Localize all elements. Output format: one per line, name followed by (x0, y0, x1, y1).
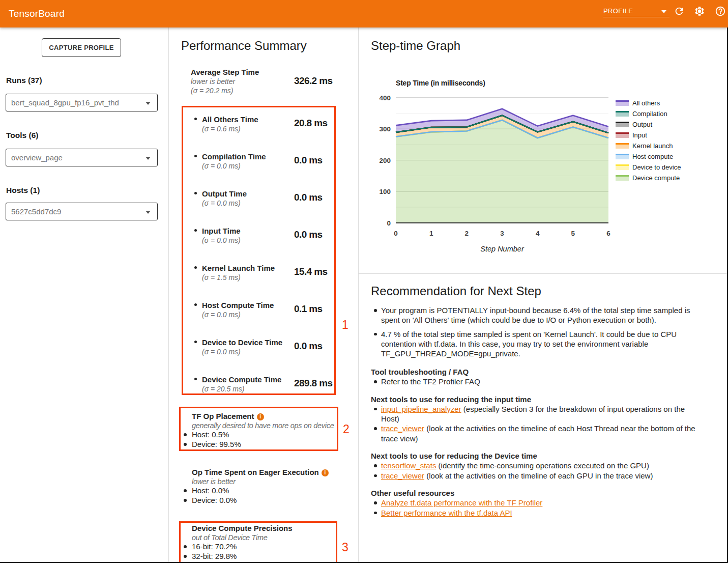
recommendation-item: Refer to the TF2 Profiler FAQ (381, 377, 701, 386)
legend-swatch (616, 100, 629, 106)
dashboard-selector-value: PROFILE (603, 7, 633, 15)
tool-link[interactable]: Analyze tf.data performance with the TF … (381, 498, 542, 507)
step-time-graph-panel: Step-time Graph 01002003004000123456Step… (359, 27, 728, 274)
tool-link[interactable]: Better performance with the tf.data API (381, 509, 512, 517)
refresh-icon[interactable] (674, 6, 685, 17)
info-icon[interactable] (322, 469, 329, 476)
chevron-down-icon (145, 102, 151, 105)
legend-item: Device to device (616, 162, 681, 173)
recommendation-item: Better performance with the tf.data API (381, 508, 701, 518)
tool-link[interactable]: input_pipeline_analyzer (381, 405, 461, 413)
x-tick-label: 0 (394, 230, 398, 237)
block-note: lower is better (192, 477, 344, 486)
tool-link[interactable]: trace_viewer (381, 471, 424, 480)
legend-item: Host compute (616, 151, 681, 162)
block-list: Host: 0.0%Device: 0.0% (192, 486, 344, 505)
legend-label: Output (632, 119, 652, 130)
capture-profile-button[interactable]: CAPTURE PROFILE (42, 38, 121, 57)
app-header: TensorBoard PROFILE (0, 0, 728, 27)
legend-item: Device compute (616, 173, 681, 183)
legend-swatch (616, 111, 629, 117)
recommendation-item: trace_viewer (look at the activities on … (381, 424, 701, 443)
x-axis-title: Step Number (480, 245, 525, 253)
help-icon[interactable] (715, 6, 726, 17)
average-step-time-row: Average Step Time lower is better (σ = 2… (191, 67, 343, 95)
runs-select[interactable]: bert_squad_8gpu_fp16_pvt_thd (6, 94, 158, 111)
tool-link[interactable]: trace_viewer (381, 424, 424, 433)
recommendation-heading: Tool troubleshooting / FAQ (371, 367, 722, 377)
recommendation-list: tensorflow_stats (identify the time-cons… (371, 461, 722, 481)
recommendation-bullets: Your program is POTENTIALLY input-bound … (371, 305, 701, 362)
recommendation-title: Recommendation for Next Step (371, 284, 541, 298)
y-tick-label: 300 (379, 125, 391, 133)
recommendation-heading: Next tools to use for reducing the Devic… (371, 451, 722, 461)
legend-swatch (616, 122, 629, 127)
legend-swatch (616, 175, 629, 181)
hosts-label: Hosts (1) (6, 186, 40, 195)
annotation-box-1 (182, 106, 336, 395)
list-item: Device: 0.0% (192, 495, 344, 505)
eager-execution-block: Op Time Spent on Eager Execution lower i… (192, 467, 344, 505)
recommendation-section: Next tools to use for reducing the Devic… (371, 451, 722, 481)
x-tick-label: 1 (429, 230, 433, 237)
recommendation-item: Analyze tf.data performance with the TF … (381, 498, 701, 508)
x-tick-label: 3 (500, 230, 504, 237)
legend-swatch (616, 164, 629, 170)
tensorboard-profile-page: TensorBoard PROFILE CAPTURE PROFILE Runs… (0, 0, 728, 563)
chevron-down-icon (661, 10, 666, 13)
legend-label: Device to device (632, 162, 681, 173)
recommendation-item: input_pipeline_analyzer (especially Sect… (381, 404, 701, 424)
chart-legend: All othersCompilationOutputInputKernel l… (616, 98, 681, 183)
legend-item: Compilation (616, 108, 681, 119)
legend-label: Device compute (632, 173, 680, 183)
legend-item: Kernel launch (616, 140, 681, 151)
tools-label: Tools (6) (6, 131, 38, 140)
tools-select[interactable]: overview_page (6, 149, 158, 166)
legend-label: Kernel launch (632, 140, 673, 151)
recommendation-sections: Tool troubleshooting / FAQRefer to the T… (371, 367, 722, 525)
annotation-number-3: 3 (342, 541, 348, 554)
y-tick-label: 100 (379, 188, 391, 195)
annotation-number-1: 1 (342, 318, 348, 332)
legend-swatch (616, 143, 629, 149)
recommendation-bullet: 4.7 % of the total step time sampled is … (381, 329, 701, 359)
legend-label: Host compute (632, 151, 673, 162)
list-item: Host: 0.0% (192, 486, 344, 495)
tool-link[interactable]: tensorflow_stats (381, 461, 436, 470)
x-tick-label: 6 (606, 230, 610, 237)
legend-swatch (616, 132, 629, 138)
legend-item: Output (616, 119, 681, 130)
metric-value: 326.2 ms (294, 75, 333, 87)
recommendation-list: Analyze tf.data performance with the TF … (371, 498, 722, 518)
chart-title: Step Time (in milliseconds) (396, 79, 485, 87)
performance-summary-panel: Performance Summary Average Step Time lo… (169, 27, 359, 563)
runs-select-value: bert_squad_8gpu_fp16_pvt_thd (11, 98, 119, 107)
chevron-down-icon (145, 157, 151, 160)
block-title: Op Time Spent on Eager Execution (192, 467, 344, 477)
recommendation-panel: Recommendation for Next Step Your progra… (359, 274, 728, 563)
recommendation-item: trace_viewer (look at the activities on … (381, 471, 701, 481)
legend-label: Compilation (632, 108, 667, 119)
legend-swatch (616, 154, 629, 159)
recommendation-list: Refer to the TF2 Profiler FAQ (371, 377, 722, 386)
recommendation-heading: Other useful resources (371, 488, 722, 498)
annotation-box-2 (179, 407, 338, 451)
recommendation-section: Tool troubleshooting / FAQRefer to the T… (371, 367, 722, 387)
chevron-down-icon (145, 211, 151, 214)
legend-item: Input (616, 130, 681, 140)
y-tick-label: 0 (387, 219, 391, 227)
recommendation-item: tensorflow_stats (identify the time-cons… (381, 461, 701, 470)
tools-select-value: overview_page (11, 153, 63, 162)
y-tick-label: 400 (379, 94, 391, 102)
legend-label: Input (632, 130, 647, 140)
gear-icon[interactable] (694, 6, 705, 17)
dashboard-selector[interactable]: PROFILE (603, 7, 669, 17)
area-device-compute (396, 120, 608, 223)
annotation-box-3 (179, 521, 337, 563)
hosts-select[interactable]: 5627c5dd7dc9 (6, 203, 158, 220)
annotation-number-2: 2 (343, 423, 350, 436)
metric-sigma: (σ = 20.2 ms) (191, 86, 343, 95)
x-tick-label: 2 (465, 230, 469, 237)
performance-summary-title: Performance Summary (181, 39, 307, 53)
recommendation-section: Other useful resourcesAnalyze tf.data pe… (371, 488, 722, 518)
